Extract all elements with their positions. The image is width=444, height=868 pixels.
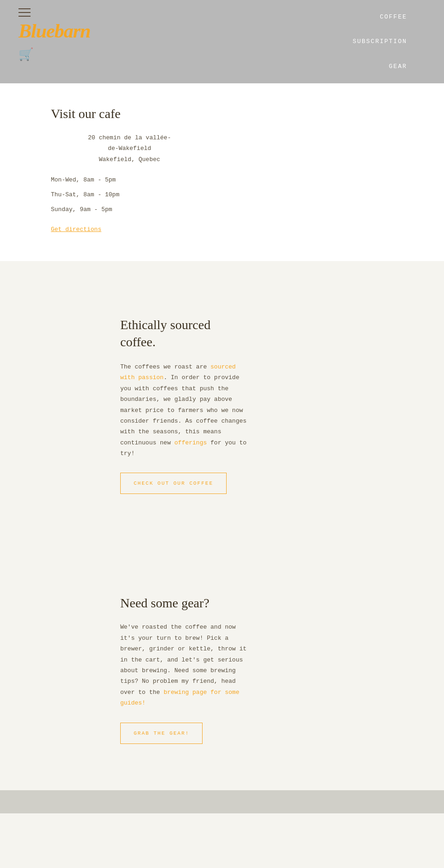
ethically-title: Ethically sourced coffee. [120, 317, 250, 350]
gear-body: We've roasted the coffee and now it's yo… [120, 622, 250, 708]
grab-gear-button[interactable]: GRAB THE GEAR! [120, 723, 203, 744]
cafe-address: 20 chemin de la vallée- de-Wakefield Wak… [51, 132, 208, 165]
cafe-hours-monwed: Mon-Wed, 8am - 5pm [51, 174, 208, 186]
offerings-link[interactable]: offerings [174, 439, 207, 446]
ethically-title-line1: Ethically sourced [120, 318, 210, 332]
check-out-coffee-button[interactable]: CHECK OUT OUR COFFEE [120, 473, 227, 494]
cafe-info: Visit our cafe 20 chemin de la vallée- d… [51, 106, 208, 233]
address-line1: 20 chemin de la vallée- [88, 134, 171, 141]
ethically-body: The coffees we roast are sourced with pa… [120, 362, 250, 459]
body-mid: . In order to provide you with coffees t… [120, 374, 247, 446]
gear-content: Need some gear? We've roasted the coffee… [120, 596, 250, 743]
cafe-title: Visit our cafe [51, 106, 208, 121]
address-line2: de-Wakefield [108, 145, 151, 152]
address-line3: Wakefield, Quebec [99, 156, 160, 163]
body-pre-link1: The coffees we roast are [120, 363, 210, 370]
hamburger-menu-button[interactable] [18, 8, 31, 17]
cafe-hours-thusat: Thu-Sat, 8am - 10pm [51, 189, 208, 201]
nav-subscription[interactable]: SUBSCRIPTION [352, 38, 407, 45]
ethically-title-line2: coffee. [120, 335, 155, 349]
nav-coffee[interactable]: COFFEE [380, 13, 407, 20]
header-left: Bluebarn 🛒 [0, 0, 139, 83]
cafe-hours-sunday: Sunday, 9am - 5pm [51, 204, 208, 216]
site-logo[interactable]: Bluebarn [18, 21, 90, 41]
cart-icon[interactable]: 🛒 [18, 47, 33, 62]
ethically-content: Ethically sourced coffee. The coffees we… [120, 317, 250, 494]
gear-title: Need some gear? [120, 596, 250, 611]
gear-body-pre: We've roasted the coffee and now it's yo… [120, 624, 247, 695]
site-footer [0, 790, 444, 813]
get-directions-link[interactable]: Get directions [51, 226, 101, 233]
ethically-sourced-section: Ethically sourced coffee. The coffees we… [0, 261, 444, 540]
nav-gear[interactable]: GEAR [389, 63, 407, 70]
main-nav: COFFEE SUBSCRIPTION GEAR [139, 0, 444, 83]
site-header: Bluebarn 🛒 COFFEE SUBSCRIPTION GEAR [0, 0, 444, 83]
cafe-section: Visit our cafe 20 chemin de la vallée- d… [0, 83, 444, 261]
gear-section: Need some gear? We've roasted the coffee… [0, 540, 444, 790]
